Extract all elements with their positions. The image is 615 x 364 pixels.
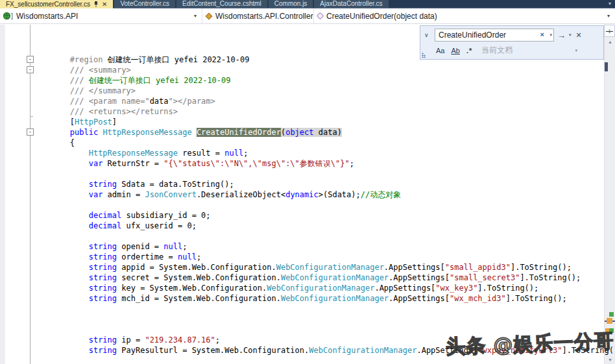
code-line: /// <summary> [32,65,615,75]
chevron-down-icon[interactable]: ▾ [194,13,199,19]
code-line: decimal subsidiary_id = 0; [32,210,615,221]
class-icon [205,12,212,19]
tab-bar: FX_sellcustomerController.cs✕VoteControl… [0,0,615,8]
chevron-down-icon[interactable]: ▾ [607,13,612,19]
match-whole-word-toggle[interactable]: Ab [451,47,459,55]
code-line: string secret = System.Web.Configuration… [32,273,615,283]
panel-resize-grip[interactable] [422,53,426,58]
project-icon: ] [3,12,13,20]
find-next-button[interactable]: → [557,30,566,40]
code-line: HttpResponseMessage result = null; [32,148,615,158]
document-tab[interactable]: AjaxDataController.cs [314,0,388,8]
code-line [32,314,615,324]
scroll-down-arrow-icon[interactable]: ▼ [605,358,615,362]
pin-tab-icon[interactable] [93,1,99,7]
code-line: decimal ufx_userid = 0; [32,221,615,231]
code-line: string key = System.Web.Configuration.We… [32,283,615,293]
clear-search-icon[interactable]: × [540,30,544,38]
method-icon [317,12,324,19]
scroll-up-arrow-icon[interactable]: ▲ [605,40,615,44]
search-scope-value[interactable]: 当前文档 [481,45,512,56]
quick-find-panel: ∨ × ▾ → ▾ ✕ Aa Ab .* 当前文档 ▾ [420,25,604,60]
scope-chevron-down-icon[interactable]: ▾ [575,48,599,53]
editor-margin [0,25,5,364]
find-row-options: Aa Ab .* 当前文档 ▾ [420,42,603,56]
code-line: public HttpResponseMessage CreateUnified… [32,127,615,138]
find-expand-chevron-icon[interactable]: ∨ [424,32,432,38]
document-tab[interactable]: EditContent_Course.cshtml [176,0,267,8]
close-tab-icon[interactable]: ✕ [102,1,107,8]
collapse-method-button[interactable]: - [27,128,34,136]
tab-label: Common.js [274,0,308,8]
code-line [32,304,615,314]
tab-label: EditContent_Course.cshtml [182,0,261,8]
code-line: string mch_id = System.Web.Configuration… [32,293,615,304]
breadcrumb-member-dropdown[interactable]: CreateUnifiedOrder(object data) ▾ [314,8,615,23]
use-regex-toggle[interactable]: .* [466,47,472,55]
document-tab[interactable]: FX_sellcustomerController.cs✕ [0,0,113,8]
breadcrumb-member-label: CreateUnifiedOrder(object data) [326,12,437,21]
code-line: string ordertime = null; [32,252,615,262]
code-line [32,231,615,241]
code-line: /// <param name="data"></param> [32,96,615,106]
find-row-input: ∨ × ▾ → ▾ ✕ [420,26,603,42]
tab-label: VoteController.cs [120,0,169,8]
breadcrumb-project-label: Wisdomstarts.API [16,12,78,21]
code-line: [HttpPost] [32,117,615,127]
document-tab[interactable]: Common.js [269,0,313,8]
breadcrumb-class-dropdown[interactable]: Wisdomstarts.API.Controllers.FX_sellcust… [202,8,314,23]
code-line: var admin = JsonConvert.DeserializeObjec… [32,189,615,200]
tab-label: AjaxDataController.cs [320,0,382,8]
marker-search-result [607,318,612,324]
collapse-region-button[interactable]: - [27,56,34,63]
find-search-input[interactable] [435,29,554,42]
code-line: string Sdata = data.ToString(); [32,179,615,189]
code-line: var ReturnStr = "{\"status\":\"N\",\"msg… [32,158,615,169]
breadcrumb-project-dropdown[interactable]: ] Wisdomstarts.API ▾ [0,8,202,23]
editor-split-handle[interactable]: ↕ [604,25,615,37]
watermark-text: 头条 @娱乐一分哥 [445,328,614,360]
code-line: string openid = null; [32,241,615,252]
code-line: /// 创建统一订单接口 yefei 2022-10-09 [32,75,615,86]
tab-list-chevron-down-icon[interactable]: ▾ [609,0,615,8]
code-line [32,169,615,179]
code-editor: - - - #region 创建统一订单接口 yefei 2022-10-09 … [0,25,615,364]
code-line: /// </summary> [32,86,615,96]
code-line: string appid = System.Web.Configuration.… [32,262,615,273]
code-line [32,200,615,210]
code-line: { [32,138,615,148]
match-case-toggle[interactable]: Aa [436,47,444,55]
document-tab[interactable]: VoteController.cs [114,0,175,8]
find-input-wrap: × ▾ [435,29,554,42]
close-find-panel-icon[interactable]: ✕ [576,31,582,40]
breadcrumb-class-label: Wisdomstarts.API.Controllers.FX_sellcust… [215,12,314,21]
find-next-chevron-icon[interactable]: ▾ [569,32,572,38]
collapse-summary-button[interactable]: - [27,66,34,73]
marker-saved-change [609,312,614,317]
outlining-margin-line [30,25,30,364]
code-line: /// <returns></returns> [32,106,615,117]
navigation-bar: ] Wisdomstarts.API ▾ Wisdomstarts.API.Co… [0,8,615,24]
search-history-chevron-icon[interactable]: ▾ [549,32,552,38]
tab-label: FX_sellcustomerController.cs [6,1,90,8]
code-lines[interactable]: #region 创建统一订单接口 yefei 2022-10-09 /// <s… [32,55,615,356]
